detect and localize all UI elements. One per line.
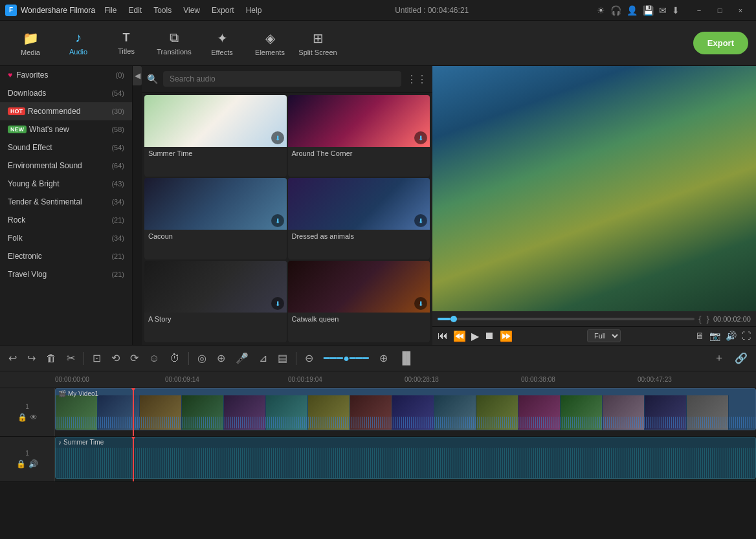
subtitle-button[interactable]: ▤ [274, 350, 291, 366]
track-eye-icon[interactable]: 👁 [30, 413, 38, 422]
video-placeholder [432, 66, 756, 311]
sidebar-item-soundeffect[interactable]: Sound Effect (54) [0, 138, 132, 157]
face-button[interactable]: ☺ [146, 351, 162, 366]
headphone-icon[interactable]: 🎧 [610, 5, 621, 16]
sidebar-item-whatsnew[interactable]: NEW What's new (58) [0, 120, 132, 138]
zoom-out-button[interactable]: ⊖ [302, 350, 317, 366]
toolbar-media[interactable]: 📁 Media [8, 24, 53, 63]
delete-button[interactable]: 🗑 [43, 351, 60, 366]
download-cacoun-icon[interactable]: ⬇ [271, 214, 284, 227]
export-button[interactable]: Export [693, 32, 748, 54]
email-icon[interactable]: ✉ [659, 5, 667, 16]
sidebar-item-rock[interactable]: Rock (21) [0, 211, 132, 229]
audio-button[interactable]: ▐▌ [395, 349, 418, 367]
fullscreen-icon[interactable]: ⛶ [742, 331, 751, 341]
sidebar-item-recommended[interactable]: HOT Recommended (30) [0, 102, 132, 120]
audio-card-catwalk[interactable]: ⬇ Catwalk queen [288, 261, 430, 342]
redo-button[interactable]: ↪ [24, 350, 39, 366]
sun-icon[interactable]: ☀ [597, 5, 605, 16]
toolbar-transitions[interactable]: ⧉ Transitions [151, 24, 197, 63]
ruler-mark-0: 00:00:00:00 [55, 376, 89, 383]
toolbar-elements[interactable]: ◈ Elements [247, 24, 293, 63]
audio-thumb-corner: ⬇ [288, 95, 430, 147]
zoom-slider[interactable]: ━━━●━━━ [320, 350, 372, 366]
cut-button[interactable]: ✂ [63, 350, 78, 366]
audio-clip[interactable]: ♪ Summer Time [55, 437, 756, 479]
track-lock-icon[interactable]: 🔒 [17, 413, 27, 422]
search-input[interactable] [163, 71, 401, 87]
sidebar-item-youngbright[interactable]: Young & Bright (43) [0, 175, 132, 193]
stop-button[interactable]: ⏹ [484, 330, 495, 342]
toolbar-titles[interactable]: T Titles [104, 24, 149, 63]
download-summer-icon[interactable]: ⬇ [271, 131, 284, 144]
audio-card-story[interactable]: ⬇ A Story [144, 261, 287, 342]
audio-track-row: 1 🔒 🔊 ♪ Summer Time [0, 437, 756, 482]
menu-help[interactable]: Help [241, 5, 267, 16]
sidebar-item-folk[interactable]: Folk (34) [0, 229, 132, 247]
audio-title-dressed: Dressed as animals [288, 230, 430, 243]
step-back-button[interactable]: ⏪ [453, 330, 466, 342]
sidebar-item-travelvlog[interactable]: Travel Vlog (21) [0, 265, 132, 283]
toolbar-separator-3 [296, 352, 296, 365]
fast-forward-button[interactable]: ⏩ [500, 330, 513, 342]
camera-icon[interactable]: 📷 [709, 331, 720, 341]
audio-card-cacoun[interactable]: ⬇ Cacoun [144, 178, 287, 259]
close-button[interactable]: × [730, 3, 751, 18]
play-button[interactable]: ▶ [471, 330, 479, 342]
grid-view-icon[interactable]: ⋮⋮ [406, 73, 427, 85]
sidebar-recommended-count: (30) [111, 107, 124, 115]
toolbar-splitscreen[interactable]: ⊞ Split Screen [295, 24, 340, 63]
save-icon[interactable]: 💾 [643, 5, 654, 16]
toolbar-effects[interactable]: ✦ Effects [199, 24, 245, 63]
sidebar-item-favorites[interactable]: ♥ Favorites (0) [0, 66, 132, 84]
mask-button[interactable]: ◎ [194, 350, 210, 366]
audio-card-dressed[interactable]: ⬇ Dressed as animals [288, 178, 430, 259]
download-catwalk-icon[interactable]: ⬇ [414, 297, 427, 310]
account-icon[interactable]: 👤 [627, 5, 638, 16]
download-corner-icon[interactable]: ⬇ [414, 131, 427, 144]
volume-icon[interactable]: 🔊 [726, 331, 737, 341]
menu-view[interactable]: View [178, 5, 205, 16]
rotate-right-button[interactable]: ⟳ [127, 350, 142, 366]
video-clip[interactable]: 🎬 My Video1 [55, 388, 756, 430]
menu-file[interactable]: File [99, 5, 122, 16]
download-story-icon[interactable]: ⬇ [271, 297, 284, 310]
menu-export[interactable]: Export [206, 5, 239, 16]
sidebar-recommended-label: Recommended [28, 107, 111, 116]
add-track-button[interactable]: ＋ [711, 349, 728, 367]
quality-select[interactable]: Full 1/2 1/4 [587, 329, 621, 342]
audio-card-summer[interactable]: ⬇ Summer Time [144, 95, 287, 177]
audio-card-corner[interactable]: ⬇ Around The Corner [288, 95, 430, 177]
minimize-button[interactable]: − [689, 3, 709, 18]
sidebar-item-downloads[interactable]: Downloads (54) [0, 84, 132, 102]
restore-button[interactable]: □ [709, 3, 730, 18]
rotate-left-button[interactable]: ⟲ [108, 350, 123, 366]
sidebar-item-environmental[interactable]: Environmental Sound (64) [0, 157, 132, 175]
sidebar-item-electronic[interactable]: Electronic (21) [0, 247, 132, 265]
link-button[interactable]: 🔗 [731, 350, 751, 366]
mic-button[interactable]: 🎤 [232, 350, 252, 366]
sidebar-item-tender[interactable]: Tender & Sentimental (34) [0, 193, 132, 211]
audio-title-catwalk: Catwalk queen [288, 313, 430, 325]
video-track-number: 1 [25, 403, 29, 410]
zoom-in-button[interactable]: ⊕ [376, 350, 391, 366]
progress-bar[interactable] [438, 318, 695, 320]
denoise-button[interactable]: ⊿ [256, 350, 271, 366]
panel-collapse-button[interactable]: ◀ [133, 66, 142, 85]
audio-thumb-cacoun: ⬇ [144, 178, 287, 230]
timeline-content: 00:00:00:00 00:00:09:14 00:00:19:04 00:0… [0, 371, 756, 539]
toolbar-audio[interactable]: ♪ Audio [56, 24, 101, 63]
speed-button[interactable]: ⏱ [166, 351, 183, 366]
rewind-button[interactable]: ⏮ [438, 330, 448, 342]
screen-icon[interactable]: 🖥 [695, 331, 704, 341]
crop-button[interactable]: ⊡ [89, 350, 104, 366]
audio-lock-icon[interactable]: 🔒 [16, 459, 26, 468]
undo-button[interactable]: ↩ [5, 350, 20, 366]
menu-edit[interactable]: Edit [124, 5, 148, 16]
download-dressed-icon[interactable]: ⬇ [414, 214, 427, 227]
download-icon[interactable]: ⬇ [672, 5, 680, 16]
playhead[interactable] [133, 388, 134, 436]
stabilize-button[interactable]: ⊕ [214, 350, 228, 366]
menu-tools[interactable]: Tools [148, 5, 177, 16]
audio-mute-icon[interactable]: 🔊 [28, 459, 38, 468]
